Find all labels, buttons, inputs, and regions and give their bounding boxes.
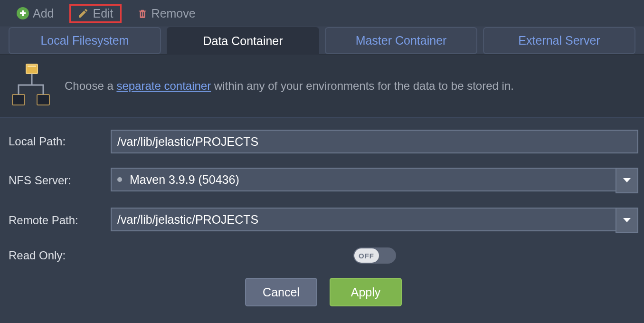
form: Local Path: NFS Server: Maven 3.9.9 (504… xyxy=(0,118,644,306)
add-button[interactable]: Add xyxy=(9,4,62,23)
nfs-server-row: NFS Server: Maven 3.9.9 (50436) xyxy=(9,168,638,193)
tab-master-container[interactable]: Master Container xyxy=(325,27,477,54)
remote-path-row: Remote Path: /var/lib/jelastic/PROJECTS xyxy=(9,208,638,233)
tab-label: Master Container xyxy=(356,34,447,48)
remote-path-value: /var/lib/jelastic/PROJECTS xyxy=(111,208,616,231)
read-only-toggle[interactable]: OFF xyxy=(353,247,396,264)
read-only-label: Read Only: xyxy=(9,249,111,262)
tabs: Local Filesystem Data Container Master C… xyxy=(0,27,644,55)
tab-label: Data Container xyxy=(203,34,283,48)
tab-local-filesystem[interactable]: Local Filesystem xyxy=(9,27,161,54)
description-before: Choose a xyxy=(65,79,116,92)
tab-external-server[interactable]: External Server xyxy=(483,27,635,54)
nfs-server-select[interactable]: Maven 3.9.9 (50436) xyxy=(111,168,638,193)
apply-label: Apply xyxy=(351,285,381,299)
apply-button[interactable]: Apply xyxy=(330,278,402,306)
nfs-server-text: Maven 3.9.9 (50436) xyxy=(130,173,239,187)
cancel-button[interactable]: Cancel xyxy=(245,278,317,306)
toolbar: Add Edit Remove xyxy=(0,0,644,27)
remote-path-select[interactable]: /var/lib/jelastic/PROJECTS xyxy=(111,208,638,233)
svg-rect-3 xyxy=(37,95,49,105)
trash-icon xyxy=(137,8,148,19)
tab-data-container[interactable]: Data Container xyxy=(167,27,319,55)
plus-icon xyxy=(17,7,29,19)
local-path-row: Local Path: xyxy=(9,130,638,153)
tab-label: Local Filesystem xyxy=(40,34,129,48)
pencil-icon xyxy=(77,8,89,19)
remove-button[interactable]: Remove xyxy=(129,4,204,23)
read-only-row: Read Only: OFF xyxy=(9,247,638,264)
status-dot-icon xyxy=(117,177,122,182)
separate-container-link[interactable]: separate container xyxy=(116,79,211,92)
local-path-label: Local Path: xyxy=(9,135,111,148)
nfs-server-label: NFS Server: xyxy=(9,174,111,187)
description-after: within any of your environments for the … xyxy=(211,79,514,92)
chevron-down-icon xyxy=(623,178,631,183)
nfs-server-value: Maven 3.9.9 (50436) xyxy=(111,168,616,191)
edit-button[interactable]: Edit xyxy=(69,4,121,23)
chevron-down-icon xyxy=(623,218,631,223)
tab-label: External Server xyxy=(518,34,600,48)
toggle-state: OFF xyxy=(354,248,379,263)
button-row: Cancel Apply xyxy=(9,278,638,306)
svg-rect-2 xyxy=(12,95,25,105)
container-tree-icon xyxy=(10,63,51,109)
local-path-input[interactable] xyxy=(111,130,638,153)
description: Choose a separate container within any o… xyxy=(0,55,644,118)
remote-path-dropdown-button[interactable] xyxy=(616,208,638,233)
remote-path-text: /var/lib/jelastic/PROJECTS xyxy=(117,213,258,227)
add-label: Add xyxy=(33,7,54,20)
remove-label: Remove xyxy=(152,7,196,20)
cancel-label: Cancel xyxy=(263,285,300,299)
svg-rect-1 xyxy=(28,66,36,67)
nfs-server-dropdown-button[interactable] xyxy=(616,168,638,193)
description-text: Choose a separate container within any o… xyxy=(65,79,514,93)
edit-label: Edit xyxy=(93,7,113,20)
remote-path-label: Remote Path: xyxy=(9,214,111,227)
